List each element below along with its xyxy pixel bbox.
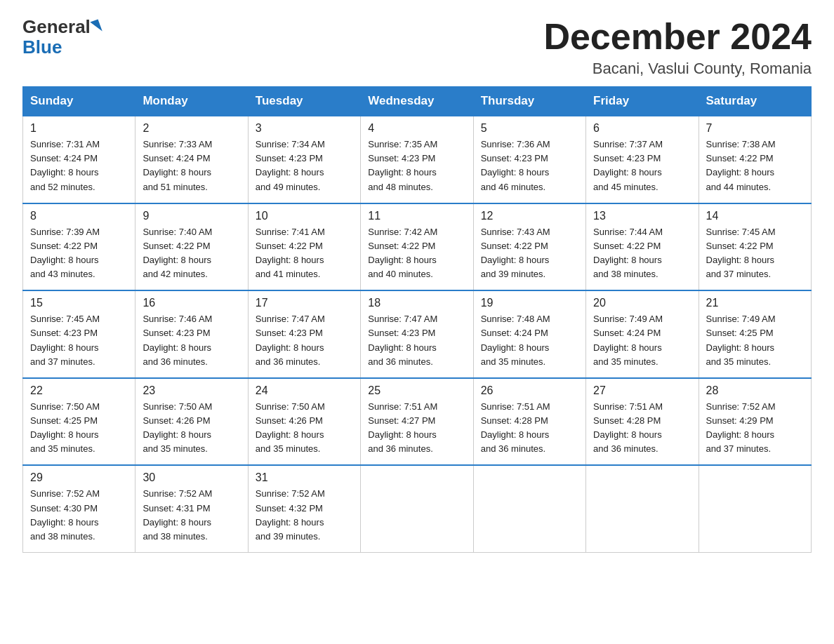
day-number: 12 [481, 210, 578, 222]
table-row: 3 Sunrise: 7:34 AM Sunset: 4:23 PM Dayli… [248, 116, 360, 203]
table-row: 4 Sunrise: 7:35 AM Sunset: 4:23 PM Dayli… [361, 116, 473, 203]
table-row: 30 Sunrise: 7:52 AM Sunset: 4:31 PM Dayl… [135, 465, 248, 552]
table-row: 22 Sunrise: 7:50 AM Sunset: 4:25 PM Dayl… [23, 378, 135, 466]
day-info: Sunrise: 7:52 AM Sunset: 4:30 PM Dayligh… [30, 487, 128, 544]
day-info: Sunrise: 7:50 AM Sunset: 4:25 PM Dayligh… [30, 400, 128, 457]
day-info: Sunrise: 7:35 AM Sunset: 4:23 PM Dayligh… [368, 137, 465, 194]
calendar-week-row: 29 Sunrise: 7:52 AM Sunset: 4:30 PM Dayl… [23, 465, 812, 552]
day-info: Sunrise: 7:47 AM Sunset: 4:23 PM Dayligh… [368, 312, 465, 369]
table-row [699, 465, 811, 552]
day-number: 6 [593, 122, 691, 135]
table-row: 16 Sunrise: 7:46 AM Sunset: 4:23 PM Dayl… [135, 290, 248, 378]
day-info: Sunrise: 7:42 AM Sunset: 4:22 PM Dayligh… [368, 225, 465, 282]
day-number: 2 [143, 122, 240, 135]
day-number: 11 [368, 210, 465, 222]
day-number: 21 [706, 297, 804, 309]
day-info: Sunrise: 7:45 AM Sunset: 4:22 PM Dayligh… [706, 225, 804, 282]
day-number: 16 [143, 297, 240, 309]
table-row: 20 Sunrise: 7:49 AM Sunset: 4:24 PM Dayl… [586, 290, 699, 378]
day-info: Sunrise: 7:43 AM Sunset: 4:22 PM Dayligh… [481, 225, 578, 282]
day-number: 8 [30, 210, 128, 222]
day-info: Sunrise: 7:49 AM Sunset: 4:25 PM Dayligh… [706, 312, 804, 369]
day-number: 28 [706, 384, 804, 397]
table-row: 21 Sunrise: 7:49 AM Sunset: 4:25 PM Dayl… [699, 290, 811, 378]
day-number: 26 [481, 384, 578, 397]
day-info: Sunrise: 7:33 AM Sunset: 4:24 PM Dayligh… [143, 137, 240, 194]
day-number: 3 [256, 122, 353, 135]
table-row: 7 Sunrise: 7:38 AM Sunset: 4:22 PM Dayli… [699, 116, 811, 203]
table-row: 15 Sunrise: 7:45 AM Sunset: 4:23 PM Dayl… [23, 290, 135, 378]
table-row: 18 Sunrise: 7:47 AM Sunset: 4:23 PM Dayl… [361, 290, 473, 378]
table-row: 11 Sunrise: 7:42 AM Sunset: 4:22 PM Dayl… [361, 203, 473, 291]
day-number: 30 [143, 471, 240, 484]
day-info: Sunrise: 7:40 AM Sunset: 4:22 PM Dayligh… [143, 225, 240, 282]
day-info: Sunrise: 7:47 AM Sunset: 4:23 PM Dayligh… [256, 312, 353, 369]
table-row: 6 Sunrise: 7:37 AM Sunset: 4:23 PM Dayli… [586, 116, 699, 203]
calendar-header-row: Sunday Monday Tuesday Wednesday Thursday… [23, 87, 812, 116]
day-number: 13 [593, 210, 691, 222]
logo-blue-text: Blue [22, 36, 62, 58]
table-row: 25 Sunrise: 7:51 AM Sunset: 4:27 PM Dayl… [361, 378, 473, 466]
col-friday: Friday [586, 87, 699, 116]
calendar-week-row: 1 Sunrise: 7:31 AM Sunset: 4:24 PM Dayli… [23, 116, 812, 203]
day-info: Sunrise: 7:51 AM Sunset: 4:28 PM Dayligh… [593, 400, 691, 457]
day-number: 23 [143, 384, 240, 397]
calendar-week-row: 22 Sunrise: 7:50 AM Sunset: 4:25 PM Dayl… [23, 378, 812, 466]
table-row: 19 Sunrise: 7:48 AM Sunset: 4:24 PM Dayl… [473, 290, 585, 378]
table-row: 9 Sunrise: 7:40 AM Sunset: 4:22 PM Dayli… [135, 203, 248, 291]
day-number: 7 [706, 122, 804, 135]
day-info: Sunrise: 7:37 AM Sunset: 4:23 PM Dayligh… [593, 137, 691, 194]
day-info: Sunrise: 7:38 AM Sunset: 4:22 PM Dayligh… [706, 137, 804, 194]
day-info: Sunrise: 7:52 AM Sunset: 4:31 PM Dayligh… [143, 487, 240, 544]
day-info: Sunrise: 7:52 AM Sunset: 4:32 PM Dayligh… [256, 487, 353, 544]
table-row: 23 Sunrise: 7:50 AM Sunset: 4:26 PM Dayl… [135, 378, 248, 466]
calendar-table: Sunday Monday Tuesday Wednesday Thursday… [22, 86, 812, 553]
day-info: Sunrise: 7:50 AM Sunset: 4:26 PM Dayligh… [143, 400, 240, 457]
day-number: 24 [256, 384, 353, 397]
col-sunday: Sunday [23, 87, 135, 116]
day-info: Sunrise: 7:46 AM Sunset: 4:23 PM Dayligh… [143, 312, 240, 369]
day-number: 31 [256, 471, 353, 484]
day-number: 20 [593, 297, 691, 309]
day-number: 9 [143, 210, 240, 222]
day-info: Sunrise: 7:31 AM Sunset: 4:24 PM Dayligh… [30, 137, 128, 194]
table-row: 31 Sunrise: 7:52 AM Sunset: 4:32 PM Dayl… [248, 465, 360, 552]
page-header: GeneralBlue December 2024 Bacani, Vaslui… [22, 17, 812, 78]
table-row: 27 Sunrise: 7:51 AM Sunset: 4:28 PM Dayl… [586, 378, 699, 466]
day-number: 10 [256, 210, 353, 222]
day-info: Sunrise: 7:44 AM Sunset: 4:22 PM Dayligh… [593, 225, 691, 282]
col-wednesday: Wednesday [361, 87, 473, 116]
table-row: 13 Sunrise: 7:44 AM Sunset: 4:22 PM Dayl… [586, 203, 699, 291]
day-number: 4 [368, 122, 465, 135]
day-info: Sunrise: 7:48 AM Sunset: 4:24 PM Dayligh… [481, 312, 578, 369]
day-number: 18 [368, 297, 465, 309]
table-row: 8 Sunrise: 7:39 AM Sunset: 4:22 PM Dayli… [23, 203, 135, 291]
day-number: 5 [481, 122, 578, 135]
day-info: Sunrise: 7:50 AM Sunset: 4:26 PM Dayligh… [256, 400, 353, 457]
day-info: Sunrise: 7:49 AM Sunset: 4:24 PM Dayligh… [593, 312, 691, 369]
table-row [586, 465, 699, 552]
table-row [473, 465, 585, 552]
day-number: 1 [30, 122, 128, 135]
day-number: 15 [30, 297, 128, 309]
day-number: 29 [30, 471, 128, 484]
page-title: December 2024 [543, 17, 812, 57]
col-tuesday: Tuesday [248, 87, 360, 116]
table-row: 12 Sunrise: 7:43 AM Sunset: 4:22 PM Dayl… [473, 203, 585, 291]
logo-arrow-icon [90, 20, 102, 34]
table-row: 10 Sunrise: 7:41 AM Sunset: 4:22 PM Dayl… [248, 203, 360, 291]
table-row: 26 Sunrise: 7:51 AM Sunset: 4:28 PM Dayl… [473, 378, 585, 466]
day-info: Sunrise: 7:34 AM Sunset: 4:23 PM Dayligh… [256, 137, 353, 194]
table-row [361, 465, 473, 552]
calendar-week-row: 15 Sunrise: 7:45 AM Sunset: 4:23 PM Dayl… [23, 290, 812, 378]
table-row: 1 Sunrise: 7:31 AM Sunset: 4:24 PM Dayli… [23, 116, 135, 203]
day-info: Sunrise: 7:39 AM Sunset: 4:22 PM Dayligh… [30, 225, 128, 282]
day-number: 22 [30, 384, 128, 397]
day-number: 17 [256, 297, 353, 309]
day-number: 27 [593, 384, 691, 397]
col-thursday: Thursday [473, 87, 585, 116]
day-info: Sunrise: 7:52 AM Sunset: 4:29 PM Dayligh… [706, 400, 804, 457]
day-number: 25 [368, 384, 465, 397]
calendar-week-row: 8 Sunrise: 7:39 AM Sunset: 4:22 PM Dayli… [23, 203, 812, 291]
day-info: Sunrise: 7:45 AM Sunset: 4:23 PM Dayligh… [30, 312, 128, 369]
